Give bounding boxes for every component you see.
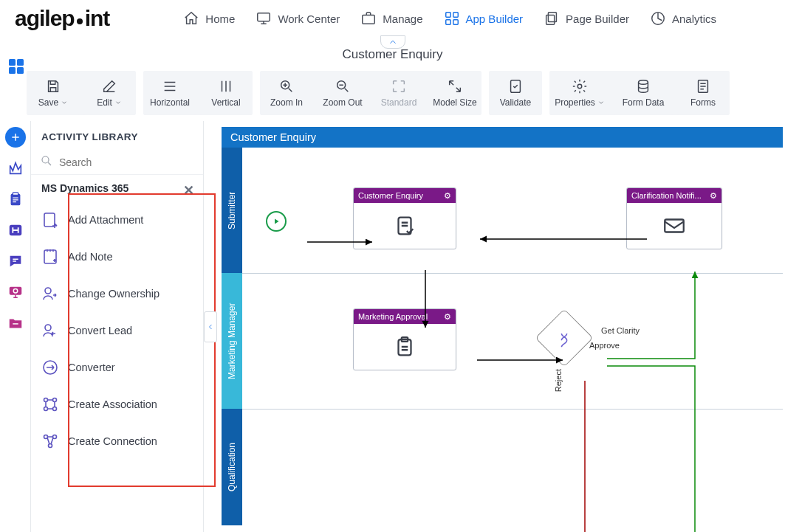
svg-point-31 [53,398,57,402]
chevron-down-icon [61,99,68,106]
activity-label: Create Association [68,398,157,410]
zoom-in-button[interactable]: Zoom In [260,71,313,115]
edge-approve: Approve [589,341,620,350]
standard-label: Standard [381,97,417,108]
node-clarification[interactable]: Clarification Notifi...⚙ [626,187,722,249]
node-marketing-approval[interactable]: Marketing Approval⚙ [353,308,456,370]
add-button[interactable] [5,127,26,148]
model-size-label: Model Size [433,97,476,108]
node-title: Customer Enquiry [358,191,423,200]
activity-label: Convert Lead [68,325,132,336]
edit-button[interactable]: Edit [83,71,136,115]
search-input[interactable] [59,156,194,168]
canvas[interactable]: Customer Enquiry Submitter Marketing Man… [222,127,783,525]
validate-label: Validate [500,97,531,108]
start-node[interactable] [266,211,287,232]
svg-rect-25 [44,213,55,227]
workspace: ACTIVITY LIBRARY MS Dynamics 365 ✕ Add A… [0,121,785,532]
edge-get-clarity: Get Clarity [601,326,640,335]
properties-button[interactable]: Properties [549,71,610,115]
save-button[interactable]: Save [27,71,80,115]
chevron-down-icon [597,99,605,106]
page-copy-icon [544,10,560,27]
gear-icon [572,78,588,94]
analytics-icon [650,10,666,27]
activity-convert-lead[interactable]: Convert Lead [31,312,203,349]
canvas-wrap: Customer Enquiry Submitter Marketing Man… [204,121,785,532]
association-icon [41,395,59,413]
svg-point-24 [42,156,49,163]
zoom-out-button[interactable]: Zoom Out [316,71,369,115]
nav-page-builder-label: Page Builder [566,13,629,25]
activity-panel: ACTIVITY LIBRARY MS Dynamics 365 ✕ Add A… [31,121,204,532]
zoom-out-icon [335,78,351,94]
nav-app-builder[interactable]: App Builder [444,10,524,27]
horizontal-label: Horizontal [150,97,190,108]
rail-heading-icon[interactable] [5,220,26,241]
gear-icon[interactable]: ⚙ [444,312,451,322]
panel-collapse-handle[interactable] [204,311,217,342]
nav-app-builder-label: App Builder [466,13,524,25]
svg-point-16 [577,84,582,89]
activity-create-association[interactable]: Create Association [31,386,203,423]
svg-rect-5 [453,20,457,24]
search-icon [40,154,53,170]
svg-rect-20 [13,193,18,196]
monitor-icon [256,10,272,27]
node-title: Clarification Notifi... [631,191,702,200]
node-customer-enquiry[interactable]: Customer Enquiry⚙ [353,187,456,249]
decision-node[interactable] [535,308,593,367]
gear-icon[interactable]: ⚙ [710,191,717,201]
collapse-chevron[interactable] [380,35,405,49]
lane-qualification: Qualification [222,409,242,525]
forms-button[interactable]: Forms [676,71,730,115]
activity-label: Converter [68,362,115,373]
rail-chat-icon[interactable] [5,251,26,272]
svg-point-28 [45,325,51,331]
model-size-icon [447,78,463,94]
nav-work-center[interactable]: Work Center [256,10,340,27]
lane-label: Marketing Manager [227,303,237,379]
model-size-button[interactable]: Model Size [428,71,481,115]
gear-icon[interactable]: ⚙ [444,191,451,201]
lane-label: Qualification [227,443,237,491]
form-check-icon [392,213,417,238]
horizontal-icon [162,78,178,94]
home-icon [183,10,199,27]
standard-icon [391,78,407,94]
rail-library-icon[interactable] [5,158,26,179]
nav-home[interactable]: Home [183,10,235,27]
search-field[interactable] [31,150,203,175]
converter-icon [41,359,59,376]
rail-monitor-icon[interactable] [5,282,26,303]
activity-add-note[interactable]: Add Note [31,238,203,275]
activity-converter[interactable]: Converter [31,349,203,386]
svg-rect-2 [445,13,450,17]
activity-create-connection[interactable]: Create Connection [31,423,203,460]
nav-analytics-label: Analytics [672,13,716,25]
apps-icon [444,10,460,27]
rail-folder-icon[interactable] [5,313,26,334]
activity-change-ownership[interactable]: Change Ownership [31,275,203,312]
nav-analytics[interactable]: Analytics [650,10,716,27]
form-data-button[interactable]: Form Data [613,71,673,115]
close-icon[interactable]: ✕ [183,182,194,198]
zoom-in-label: Zoom In [270,97,303,108]
nav-manage[interactable]: Manage [360,10,422,27]
activity-add-attachment[interactable]: Add Attachment [31,201,203,238]
rail-clipboard-icon[interactable] [5,189,26,210]
logo-text-1: agilep [15,6,75,30]
validate-button[interactable]: Validate [489,71,542,115]
standard-button[interactable]: Standard [372,71,425,115]
svg-rect-12 [17,67,24,74]
save-icon [45,78,61,94]
validate-icon [507,78,524,94]
vertical-button[interactable]: Vertical [199,71,253,115]
horizontal-button[interactable]: Horizontal [143,71,196,115]
form-data-label: Form Data [623,97,665,108]
nav-page-builder[interactable]: Page Builder [544,10,629,27]
database-icon [635,78,651,94]
clipboard-icon [392,334,417,359]
svg-rect-1 [363,15,375,24]
briefcase-icon [360,10,377,27]
